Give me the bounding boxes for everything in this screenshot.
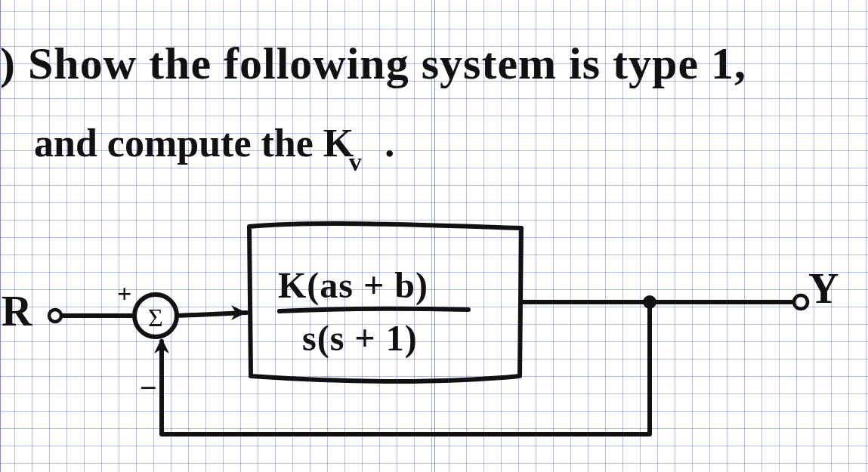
feedback-wire (162, 302, 650, 434)
block-diagram: Σ (0, 0, 868, 472)
input-node-icon (49, 310, 61, 322)
sum-glyph: Σ (148, 304, 163, 332)
transfer-function-block (249, 224, 521, 381)
output-node-icon (794, 295, 808, 309)
fraction-bar (280, 309, 468, 311)
